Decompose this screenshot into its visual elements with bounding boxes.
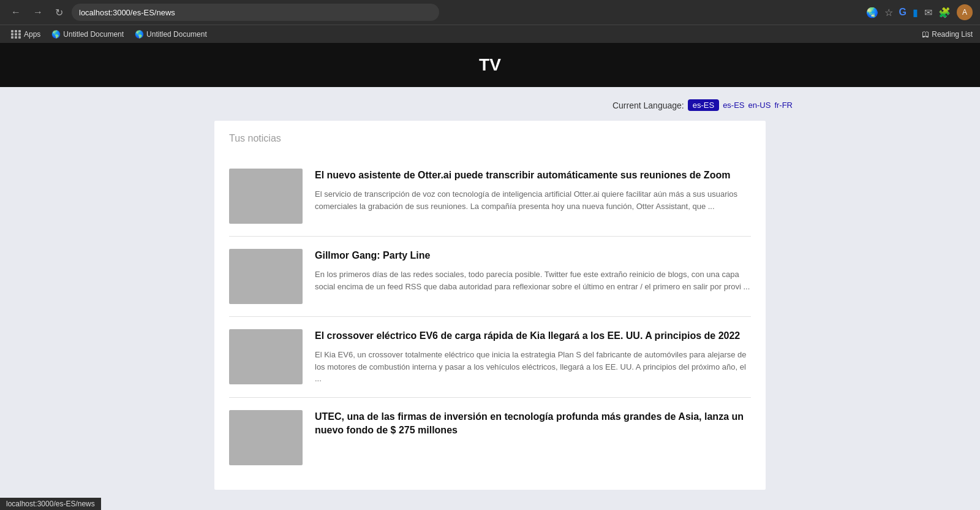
app-title: TV	[479, 55, 501, 75]
tab-2-label: Untitled Document	[146, 30, 207, 39]
news-content-4: UTEC, una de las firmas de inversión en …	[315, 410, 751, 465]
globe-icon-1: 🌎	[51, 30, 61, 39]
news-content-1: El nuevo asistente de Otter.ai puede tra…	[315, 169, 751, 224]
browser-toolbar: ← → ↻ 🌏 ☆ G ▮ ✉ 🧩 A	[0, 0, 980, 25]
apps-button[interactable]: Apps	[7, 29, 44, 40]
news-item: El nuevo asistente de Otter.ai puede tra…	[229, 156, 751, 237]
toolbar-right: 🌏 ☆ G ▮ ✉ 🧩 A	[866, 4, 973, 20]
reload-button[interactable]: ↻	[51, 4, 67, 21]
news-item: UTEC, una de las firmas de inversión en …	[229, 398, 751, 490]
avatar[interactable]: A	[957, 4, 973, 20]
language-label: Current Language:	[612, 101, 684, 110]
apps-grid-icon	[11, 30, 21, 39]
translate-icon[interactable]: 🌏	[866, 7, 878, 18]
forward-button[interactable]: →	[29, 4, 47, 20]
status-url: localhost:3000/es-ES/news	[6, 500, 95, 508]
news-excerpt-1: El servicio de transcripción de voz con …	[315, 188, 751, 212]
content-area: Current Language: es-ES es-ES en-US fr-F…	[0, 87, 980, 502]
news-thumbnail-1	[229, 169, 303, 224]
news-container: Tus noticias El nuevo asistente de Otter…	[214, 121, 766, 490]
app-header: TV	[0, 43, 980, 87]
news-thumbnail-3	[229, 329, 303, 384]
extension-icon-m[interactable]: ▮	[913, 7, 918, 18]
tab-1[interactable]: 🌎 Untitled Document	[48, 29, 127, 40]
news-thumbnail-4	[229, 410, 303, 465]
lang-link-es-es[interactable]: es-ES	[723, 101, 744, 110]
reading-list-button[interactable]: 🕮 Reading List	[922, 30, 973, 39]
extension-icon-mail[interactable]: ✉	[924, 7, 932, 18]
news-excerpt-3: El Kia EV6, un crossover totalmente eléc…	[315, 349, 751, 385]
news-item: El crossover eléctrico EV6 de carga rápi…	[229, 317, 751, 398]
reading-list-label: Reading List	[932, 30, 973, 39]
bookmarks-bar: Apps 🌎 Untitled Document 🌎 Untitled Docu…	[0, 25, 980, 43]
bookmark-icon[interactable]: ☆	[884, 7, 893, 18]
news-title-3[interactable]: El crossover eléctrico EV6 de carga rápi…	[315, 329, 751, 343]
news-title-4[interactable]: UTEC, una de las firmas de inversión en …	[315, 410, 751, 438]
news-item: Gillmor Gang: Party Line En los primeros…	[229, 237, 751, 317]
globe-icon-2: 🌎	[135, 30, 144, 39]
news-excerpt-2: En los primeros días de las redes social…	[315, 268, 751, 292]
url-bar[interactable]	[72, 4, 439, 21]
tab-1-label: Untitled Document	[63, 30, 124, 39]
back-button[interactable]: ←	[7, 4, 24, 20]
lang-link-en-us[interactable]: en-US	[748, 101, 771, 110]
tab-2[interactable]: 🌎 Untitled Document	[131, 29, 211, 40]
news-title-2[interactable]: Gillmor Gang: Party Line	[315, 249, 751, 262]
lang-active-es-es[interactable]: es-ES	[688, 99, 719, 111]
extension-icon-g[interactable]: G	[899, 7, 907, 18]
language-bar: Current Language: es-ES es-ES en-US fr-F…	[0, 99, 980, 121]
lang-link-fr-fr[interactable]: fr-FR	[774, 101, 793, 110]
news-content-2: Gillmor Gang: Party Line En los primeros…	[315, 249, 751, 304]
news-title-1[interactable]: El nuevo asistente de Otter.ai puede tra…	[315, 169, 751, 182]
extensions-button[interactable]: 🧩	[938, 7, 951, 18]
news-content-3: El crossover eléctrico EV6 de carga rápi…	[315, 329, 751, 385]
reading-list-icon: 🕮	[922, 30, 929, 39]
status-bar: localhost:3000/es-ES/news	[0, 498, 101, 510]
section-title: Tus noticias	[229, 133, 751, 144]
apps-label: Apps	[24, 30, 40, 39]
news-thumbnail-2	[229, 249, 303, 304]
